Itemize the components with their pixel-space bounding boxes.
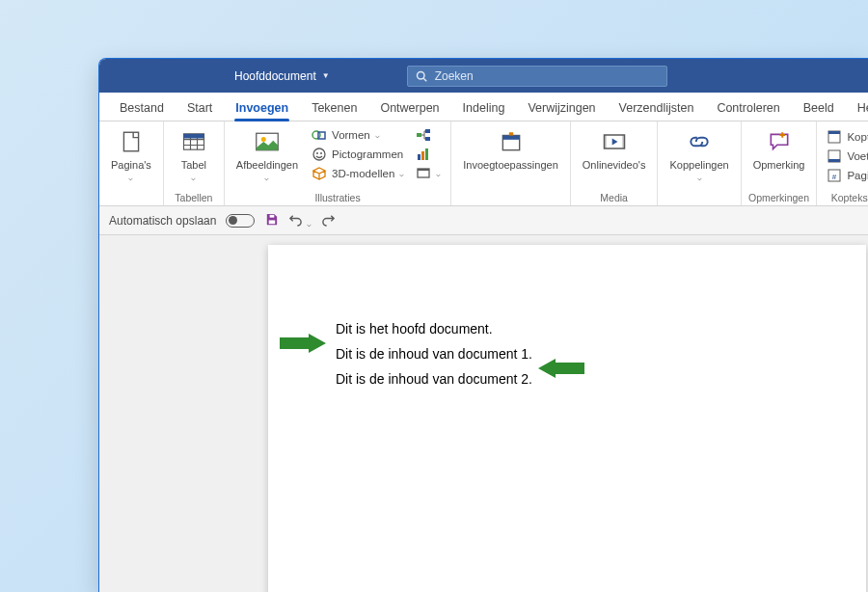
document-area[interactable]: Dit is het hoofd document. Dit is de inh… <box>99 235 868 592</box>
undo-icon <box>288 212 303 227</box>
svg-rect-30 <box>828 131 840 134</box>
video-icon <box>599 126 630 157</box>
svg-point-15 <box>320 152 322 154</box>
koptekst-button[interactable]: Koptekst ⌵ <box>825 128 868 146</box>
invoegtoepassingen-button[interactable]: Invoegtoepassingen <box>459 124 561 173</box>
search-box[interactable]: Zoeken <box>407 66 667 87</box>
document-title-text: Hoofddocument <box>234 69 316 83</box>
tab-beeld[interactable]: Beeld <box>793 95 845 121</box>
group-media: Onlinevideo's Media <box>571 121 659 205</box>
koppelingen-button[interactable]: Koppelingen⌵ <box>665 124 732 185</box>
smartart-icon <box>416 127 431 143</box>
group-label-opmerkingen: Opmerkingen <box>742 192 817 203</box>
paginanummer-button[interactable]: # Paginanummer ⌵ <box>825 167 868 184</box>
group-invoegtoepassingen: Invoegtoepassingen <box>451 121 570 205</box>
undo-button[interactable]: ⌵ <box>288 212 311 229</box>
tab-tekenen[interactable]: Tekenen <box>301 95 367 121</box>
opmerking-button[interactable]: Opmerking <box>749 124 809 173</box>
document-title[interactable]: Hoofddocument ▼ <box>234 69 330 83</box>
addins-icon <box>496 126 527 157</box>
svg-point-10 <box>261 137 266 142</box>
autosave-toggle[interactable] <box>226 214 255 228</box>
group-label-tabellen: Tabellen <box>164 192 224 203</box>
doc-line-1: Dit is het hoofd document. <box>336 317 799 342</box>
group-label-illustraties: Illustraties <box>225 192 450 203</box>
search-icon <box>416 70 427 82</box>
svg-rect-18 <box>425 137 430 141</box>
svg-rect-37 <box>269 220 276 224</box>
svg-rect-16 <box>417 133 421 137</box>
group-kopvoet: Koptekst ⌵ Voettekst ⌵ # Paginanummer ⌵ … <box>817 121 868 205</box>
tab-verwijzingen[interactable]: Verwijzingen <box>517 95 606 121</box>
page[interactable]: Dit is het hoofd document. Dit is de inh… <box>268 245 866 592</box>
header-icon <box>827 129 842 145</box>
group-illustraties: Afbeeldingen⌵ Vormen ⌵ Pictogrammen 3D-m… <box>225 121 451 205</box>
tabel-button[interactable]: Tabel⌵ <box>172 124 216 185</box>
tab-ontwerpen[interactable]: Ontwerpen <box>369 95 449 121</box>
tab-help[interactable]: Help <box>847 95 868 121</box>
group-label-kopvoet: Koptekst en voettekst <box>817 192 868 203</box>
tab-controleren[interactable]: Controleren <box>706 95 790 121</box>
vormen-button[interactable]: Vormen ⌵ <box>310 126 406 144</box>
shapes-icon <box>312 127 327 143</box>
group-opmerkingen: Opmerking Opmerkingen <box>742 121 818 205</box>
paginas-button[interactable]: Pagina's⌵ <box>107 124 155 185</box>
svg-rect-20 <box>421 151 424 160</box>
svg-rect-2 <box>123 132 138 151</box>
svg-rect-19 <box>418 154 420 160</box>
link-icon <box>684 126 715 157</box>
title-bar: Hoofddocument ▼ Zoeken <box>99 59 868 93</box>
tab-invoegen[interactable]: Invoegen <box>225 95 299 121</box>
picture-icon <box>252 126 283 157</box>
group-paginas: Pagina's⌵ <box>99 121 164 205</box>
chart-button[interactable] <box>414 146 443 163</box>
smartart-button[interactable] <box>414 126 443 144</box>
redo-button[interactable] <box>321 212 336 229</box>
svg-rect-21 <box>425 148 428 160</box>
cube-icon <box>312 166 327 181</box>
annotation-arrow-right <box>538 359 584 382</box>
autosave-label: Automatisch opslaan <box>109 214 216 228</box>
tab-start[interactable]: Start <box>176 95 223 121</box>
tab-indeling[interactable]: Indeling <box>452 95 516 121</box>
voettekst-button[interactable]: Voettekst ⌵ <box>825 148 868 165</box>
table-icon <box>178 126 209 157</box>
svg-point-0 <box>417 71 424 79</box>
save-icon <box>264 212 279 227</box>
ribbon-tabs: Bestand Start Invoegen Tekenen Ontwerpen… <box>99 93 868 121</box>
chevron-down-icon: ▼ <box>322 71 330 80</box>
comment-icon <box>764 126 795 157</box>
svg-rect-27 <box>604 135 606 148</box>
page-icon <box>116 126 147 157</box>
save-button[interactable] <box>264 212 279 229</box>
annotation-arrow-left <box>280 334 326 357</box>
tab-bestand[interactable]: Bestand <box>109 95 175 121</box>
group-koppelingen: Koppelingen⌵ <box>658 121 741 205</box>
tab-verzendlijsten[interactable]: Verzendlijsten <box>609 95 705 121</box>
group-tabellen: Tabel⌵ Tabellen <box>164 121 225 205</box>
pictogrammen-button[interactable]: Pictogrammen <box>310 146 406 163</box>
chart-icon <box>416 147 431 162</box>
redo-icon <box>321 212 336 227</box>
quick-access-toolbar: Automatisch opslaan ⌵ <box>99 206 868 235</box>
3d-modellen-button[interactable]: 3D-modellen ⌵ <box>310 165 406 182</box>
svg-line-1 <box>423 78 426 81</box>
onlinevideos-button[interactable]: Onlinevideo's <box>579 124 650 173</box>
search-placeholder: Zoeken <box>435 69 474 83</box>
svg-rect-8 <box>183 134 203 139</box>
afbeeldingen-button[interactable]: Afbeeldingen⌵ <box>232 124 302 185</box>
svg-rect-32 <box>828 159 840 162</box>
footer-icon <box>827 148 842 164</box>
word-window: Hoofddocument ▼ Zoeken Bestand Start Inv… <box>98 58 868 592</box>
svg-rect-28 <box>622 135 624 148</box>
ribbon: Pagina's⌵ Tabel⌵ Tabellen <box>99 121 868 206</box>
svg-rect-25 <box>502 136 519 140</box>
pagenum-icon: # <box>827 168 842 183</box>
screenshot-icon <box>416 166 431 181</box>
icons-icon <box>312 147 327 162</box>
svg-rect-17 <box>425 129 430 133</box>
svg-rect-38 <box>270 214 275 217</box>
svg-text:#: # <box>832 173 837 181</box>
screenshot-button[interactable]: ⌵ <box>414 165 443 182</box>
svg-point-14 <box>316 152 318 154</box>
